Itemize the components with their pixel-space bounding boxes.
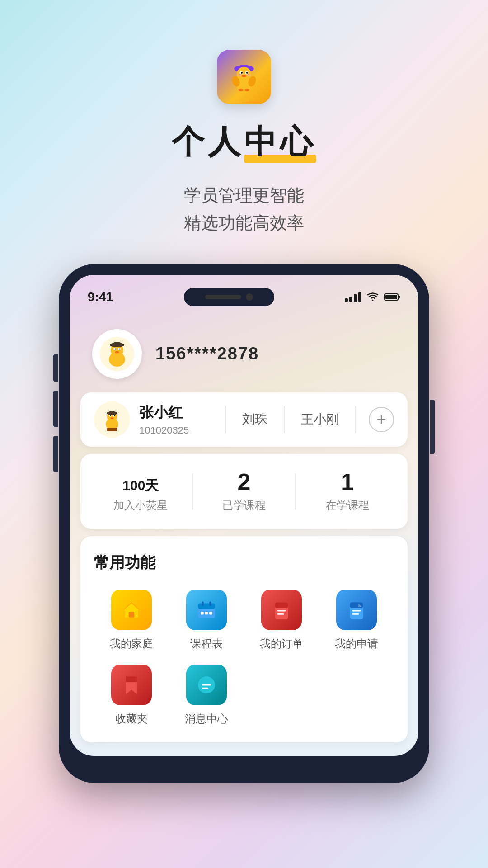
phone-side-btn-vol-up — [53, 391, 58, 427]
signal-bar-1 — [345, 298, 348, 302]
svg-rect-55 — [350, 602, 363, 608]
svg-point-21 — [115, 351, 119, 353]
phone-side-btn-power — [430, 400, 435, 454]
card-divider-1 — [225, 406, 226, 433]
profile-section: 156****2878 — [70, 311, 418, 392]
phone-status-icons — [345, 292, 400, 302]
bookmark-svg — [120, 674, 143, 696]
apply-icon — [336, 590, 377, 630]
function-schedule-label: 课程表 — [190, 637, 223, 651]
function-order-label: 我的订单 — [260, 637, 303, 651]
svg-point-34 — [114, 415, 115, 415]
signal-bar-2 — [349, 297, 352, 302]
svg-rect-36 — [109, 411, 115, 415]
app-icon-wrapper — [217, 50, 271, 104]
svg-rect-27 — [113, 342, 121, 347]
function-schedule[interactable]: 课程表 — [169, 590, 244, 651]
battery-icon — [384, 292, 400, 302]
signal-bars-icon — [345, 292, 361, 302]
function-apply-label: 我的申请 — [335, 637, 378, 651]
student-info: 张小红 101020325 — [139, 403, 189, 436]
profile-avatar-svg — [99, 336, 135, 372]
svg-rect-44 — [198, 603, 215, 609]
subtitle-line2: 精选功能高效率 — [184, 209, 304, 237]
functions-grid: 我的家庭 — [94, 590, 394, 726]
svg-point-24 — [115, 348, 116, 349]
svg-rect-45 — [202, 601, 204, 606]
profile-phone-number: 156****2878 — [155, 344, 259, 363]
stat-days: 100天 加入小荧星 — [89, 470, 192, 513]
page-title-container: 个人中心 — [172, 120, 316, 164]
functions-section: 常用功能 我的家庭 — [80, 536, 408, 742]
phone-screen: 9:41 — [70, 275, 418, 756]
notch-camera — [246, 293, 253, 301]
schedule-icon — [186, 590, 227, 630]
student-avatar-svg — [99, 406, 126, 433]
order-svg — [270, 599, 293, 621]
stat-active-label: 在学课程 — [326, 498, 369, 513]
svg-rect-47 — [201, 612, 204, 614]
phone-side-btn-mute — [53, 354, 58, 382]
svg-point-10 — [247, 74, 250, 76]
apply-svg — [345, 599, 368, 621]
svg-rect-48 — [205, 612, 208, 614]
function-message[interactable]: 消息中心 — [169, 665, 244, 726]
student-cards-section[interactable]: 张小红 101020325 刘珠 王小刚 — [80, 392, 408, 447]
svg-point-30 — [111, 417, 114, 419]
stat-completed-label: 已学课程 — [222, 498, 266, 513]
signal-bar-3 — [354, 294, 357, 302]
svg-point-7 — [241, 72, 243, 74]
bookmark-icon — [111, 665, 152, 705]
svg-rect-42 — [129, 612, 135, 618]
svg-point-9 — [238, 74, 241, 76]
message-svg — [195, 674, 218, 696]
svg-rect-16 — [398, 296, 400, 298]
stat-active-value: 1 — [341, 470, 354, 494]
phone-time: 9:41 — [88, 290, 113, 304]
function-bookmark-label: 收藏夹 — [115, 712, 148, 726]
function-message-label: 消息中心 — [185, 712, 228, 726]
subtitle-line1: 学员管理更智能 — [184, 182, 304, 209]
phone-side-btn-vol-down — [53, 436, 58, 472]
phone-status-bar: 9:41 — [70, 275, 418, 311]
page-title: 个人中心 — [172, 120, 316, 164]
svg-point-25 — [119, 348, 121, 349]
app-icon — [217, 50, 271, 104]
active-student-card[interactable]: 张小红 101020325 — [94, 401, 216, 438]
stat-days-value: 100天 — [122, 470, 159, 494]
card-divider-2 — [284, 406, 285, 433]
signal-bar-4 — [358, 292, 361, 302]
function-family[interactable]: 我的家庭 — [94, 590, 169, 651]
function-family-label: 我的家庭 — [110, 637, 153, 651]
phone-mockup: 9:41 — [59, 264, 429, 783]
svg-point-14 — [244, 89, 250, 91]
student-name: 张小红 — [139, 403, 189, 423]
plus-icon — [375, 413, 388, 426]
student-card-wangxiaogang[interactable]: 王小刚 — [294, 411, 346, 428]
stat-completed: 2 已学课程 — [193, 470, 296, 513]
order-icon — [261, 590, 302, 630]
svg-rect-46 — [209, 601, 211, 606]
svg-point-13 — [238, 89, 244, 91]
stats-section: 100天 加入小荧星 2 已学课程 1 在学课程 — [80, 454, 408, 529]
student-id: 101020325 — [139, 425, 189, 436]
svg-point-4 — [242, 75, 246, 77]
function-apply[interactable]: 我的申请 — [319, 590, 394, 651]
wifi-icon — [367, 292, 379, 302]
page-content: 个人中心 学员管理更智能 精选功能高效率 9:41 — [0, 0, 488, 868]
house-icon — [111, 590, 152, 630]
svg-rect-37 — [107, 428, 117, 431]
card-divider-3 — [355, 406, 356, 433]
phone-notch — [184, 288, 274, 306]
function-bookmark[interactable]: 收藏夹 — [94, 665, 169, 726]
page-subtitle: 学员管理更智能 精选功能高效率 — [184, 182, 304, 237]
stat-completed-value: 2 — [238, 470, 251, 494]
add-student-button[interactable] — [369, 407, 394, 432]
house-svg — [120, 599, 143, 621]
student-card-liuzhu[interactable]: 刘珠 — [235, 411, 275, 428]
svg-rect-49 — [209, 612, 212, 614]
stat-days-label: 加入小荧星 — [113, 498, 168, 513]
svg-rect-17 — [385, 295, 397, 299]
student-avatar — [94, 401, 130, 438]
function-order[interactable]: 我的订单 — [244, 590, 319, 651]
